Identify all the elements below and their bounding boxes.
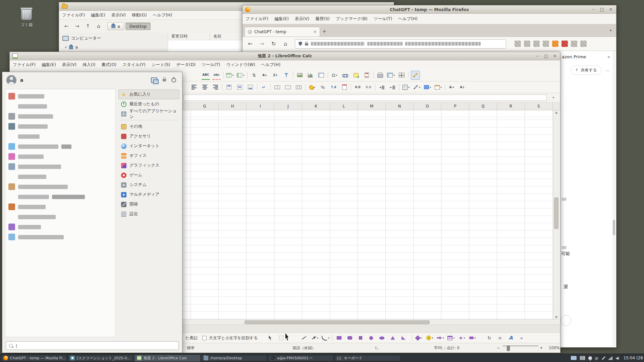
home-button[interactable]: ⌂ [94, 22, 103, 31]
back-button[interactable]: ← [62, 22, 71, 31]
notifications-bell-icon[interactable] [588, 356, 592, 360]
percent-format-icon[interactable]: % [319, 83, 327, 92]
column-header[interactable]: J [274, 103, 302, 110]
merge-center-icon[interactable] [284, 83, 292, 92]
increase-indent-icon[interactable]: ▸ [388, 83, 397, 92]
stars-shapes-icon[interactable]: ★ [458, 334, 466, 342]
column-header[interactable]: K [302, 103, 330, 110]
app-list-item[interactable] [5, 172, 115, 182]
align-middle-icon[interactable] [235, 83, 244, 92]
vertical-scrollbar[interactable]: ▲ ▼ [553, 110, 559, 319]
category-accessories[interactable]: アクセサリ [118, 131, 179, 141]
print-area-icon[interactable] [376, 71, 384, 79]
insert-rows-icon[interactable] [226, 71, 234, 79]
new-tab-button[interactable]: + [320, 27, 329, 36]
category-other[interactable]: その他 [118, 122, 179, 131]
add-decimal-icon[interactable]: 0.0 [354, 83, 362, 92]
menu-history[interactable]: 履歴(S) [312, 16, 333, 22]
cell-style-icon[interactable] [434, 83, 442, 92]
settings-wrench-icon[interactable] [602, 356, 605, 360]
menu-tools[interactable]: ツール(T) [371, 16, 395, 22]
extension-icon[interactable] [571, 41, 577, 47]
taskbar-button-keyboard[interactable]: キーボード [335, 355, 400, 361]
zoom-out-icon[interactable]: − [497, 346, 500, 350]
tab-chatgpt[interactable]: ChatGPT - temp × [245, 27, 320, 37]
menu-window[interactable]: ウィンドウ(W) [223, 62, 258, 68]
lock-screen-icon[interactable] [163, 79, 166, 81]
merge-cells-icon[interactable] [273, 83, 281, 92]
url-bar[interactable] [295, 39, 506, 49]
right-triangle-shape-icon[interactable] [399, 334, 408, 342]
block-arrows-icon[interactable] [436, 334, 444, 342]
column-header[interactable]: Q [469, 103, 497, 110]
scroll-up-icon[interactable]: ▲ [553, 111, 559, 114]
close-button[interactable]: × [552, 53, 557, 59]
freeze-panes-icon[interactable] [387, 71, 395, 79]
menu-hamburger-icon[interactable] [580, 41, 587, 47]
forward-button[interactable]: → [258, 41, 266, 47]
sum-status[interactable]: 平均: ; 合計: 0 [434, 346, 460, 351]
breadcrumb-desktop[interactable]: Desktop [125, 22, 151, 30]
app-list-item[interactable] [5, 121, 115, 131]
insert-mode-status[interactable]: I.. [375, 346, 379, 350]
sort-ascending-icon[interactable]: A↓ [261, 71, 269, 79]
background-color-icon[interactable] [423, 83, 432, 92]
align-objects-icon[interactable]: ≡ [496, 334, 504, 342]
lock-icon[interactable] [305, 43, 308, 46]
menu-file[interactable]: ファイル(F) [59, 12, 88, 18]
extension-icon[interactable] [552, 41, 558, 47]
power-icon[interactable] [171, 78, 176, 82]
border-style-icon[interactable] [413, 83, 421, 92]
menu-format[interactable]: 書式(O) [99, 62, 120, 68]
wrap-text-icon[interactable]: ↵ [260, 83, 268, 92]
app-list-item[interactable] [5, 222, 115, 232]
align-bottom-icon[interactable] [246, 83, 255, 92]
app-list-item[interactable] [5, 212, 115, 222]
match-case-checkbox[interactable] [202, 336, 207, 340]
menu-edit[interactable]: 編集(E) [39, 62, 59, 68]
scroll-down-icon[interactable]: ▼ [553, 316, 559, 319]
triangle-shape-icon[interactable] [388, 334, 397, 342]
menu-go[interactable]: 移動(G) [129, 12, 150, 18]
app-list-item[interactable] [5, 91, 115, 101]
ime-indicator[interactable]: jp [595, 356, 598, 360]
category-recent[interactable]: 最近使ったもの [118, 99, 179, 109]
column-header[interactable]: L [330, 103, 358, 110]
category-multimedia[interactable]: マルチメディア [118, 190, 179, 199]
volume-icon[interactable]: ◀) [615, 356, 619, 360]
clock[interactable]: 15:04 (28 [624, 356, 643, 360]
category-internet[interactable]: インターネット [118, 141, 179, 151]
app-list-item[interactable] [5, 141, 115, 152]
keyboard-indicator-icon[interactable] [580, 356, 585, 360]
category-office[interactable]: オフィス [118, 151, 179, 161]
symbol-shapes-icon[interactable] [425, 334, 434, 342]
calc-titlebar[interactable]: 無題 2 - LibreOffice Calc – □ × [10, 52, 560, 60]
tab-close-icon[interactable]: × [313, 29, 317, 34]
insert-image-icon[interactable] [296, 71, 304, 79]
taskbar-button-firefox[interactable]: ChatGPT - temp — Mozilla Fi... [1, 355, 67, 361]
extension-icon[interactable] [533, 41, 540, 47]
column-header[interactable]: N [386, 103, 414, 110]
circle-shape-icon[interactable] [367, 334, 375, 342]
scrollbar-thumb[interactable] [245, 320, 430, 324]
scroll-fab-button[interactable] [560, 315, 571, 326]
category-all-applications[interactable]: すべてのアプリケーション [118, 109, 179, 119]
match-case-label[interactable]: 大文字と小文字を区別する [209, 335, 258, 341]
app-list-item[interactable] [5, 182, 115, 192]
expander-icon[interactable]: ▾ [65, 46, 67, 49]
sidebar-item-computer[interactable]: コンピューター [59, 34, 168, 43]
insert-chart-icon[interactable] [306, 71, 315, 79]
curve-icon[interactable] [321, 334, 330, 342]
extension-icon[interactable] [515, 41, 521, 47]
align-top-icon[interactable] [225, 83, 233, 92]
menu-bookmarks[interactable]: ブックマーク(B) [333, 16, 371, 22]
column-header[interactable]: I [247, 103, 274, 110]
close-button[interactable]: × [608, 7, 613, 12]
flowchart-shapes-icon[interactable] [447, 334, 455, 342]
formula-input[interactable] [183, 95, 547, 101]
category-settings[interactable]: 設定 [118, 209, 179, 219]
extension-icon[interactable] [524, 41, 530, 47]
minimize-button[interactable]: – [591, 7, 596, 12]
unmerge-cells-icon[interactable] [294, 83, 303, 92]
menu-tools[interactable]: ツール(T) [199, 62, 223, 68]
